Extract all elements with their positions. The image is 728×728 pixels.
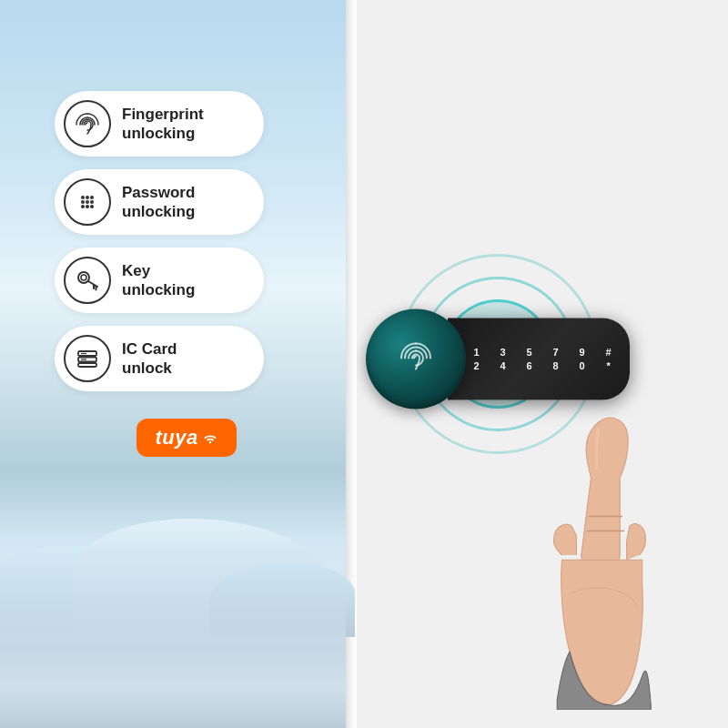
right-panel: 1 2 3 4 5 6 7 8 9 0 # *	[357, 0, 728, 728]
key-6[interactable]: 6	[526, 361, 531, 371]
svg-point-1	[86, 196, 89, 199]
fingerprint-label: Fingerprintunlocking	[122, 105, 204, 144]
hand-svg	[482, 400, 719, 710]
left-panel: Fingerprintunlocking	[0, 0, 346, 728]
key-col-5: 9 0	[579, 348, 584, 371]
ice-shape-3	[209, 564, 355, 637]
key-5[interactable]: 5	[526, 348, 531, 358]
password-badge: Passwordunlocking	[55, 169, 264, 235]
key-7[interactable]: 7	[552, 348, 558, 358]
tuya-wifi-icon	[202, 430, 218, 446]
key-star[interactable]: *	[606, 361, 610, 371]
lock-device: 1 2 3 4 5 6 7 8 9 0 # *	[366, 309, 630, 410]
ice-shape-2	[73, 519, 328, 637]
sensor-fingerprint-icon	[393, 337, 439, 382]
fingerprint-icon-circle	[64, 100, 111, 147]
fingerprint-badge: Fingerprintunlocking	[55, 91, 264, 157]
iccard-label: IC Cardunlock	[122, 339, 177, 379]
feature-key: Keyunlocking	[55, 248, 264, 313]
key-1[interactable]: 1	[473, 348, 479, 358]
key-col-4: 7 8	[552, 348, 558, 371]
ice-landscape	[0, 491, 346, 637]
feature-password: Passwordunlocking	[55, 169, 264, 235]
svg-point-8	[90, 205, 94, 208]
svg-point-3	[81, 200, 85, 204]
ice-shape-1	[0, 546, 164, 637]
tuya-logo: tuya	[136, 419, 236, 457]
svg-point-10	[81, 275, 86, 280]
key-3[interactable]: 3	[500, 348, 505, 358]
iccard-badge: IC Cardunlock	[55, 326, 264, 391]
key-8[interactable]: 8	[552, 361, 558, 371]
svg-point-2	[90, 196, 94, 199]
password-icon-circle	[64, 178, 111, 226]
svg-point-4	[86, 200, 89, 204]
iccard-icon-circle	[64, 335, 111, 382]
key-4[interactable]: 4	[500, 361, 505, 371]
svg-rect-16	[78, 363, 96, 367]
password-icon	[74, 188, 101, 216]
key-0[interactable]: 0	[579, 361, 584, 371]
keypad-bar: 1 2 3 4 5 6 7 8 9 0 # *	[448, 318, 630, 400]
tuya-brand-text: tuya	[155, 426, 197, 450]
password-label: Passwordunlocking	[122, 183, 195, 222]
key-label: Keyunlocking	[122, 261, 195, 300]
key-2[interactable]: 2	[473, 361, 479, 371]
key-icon-circle	[64, 257, 111, 304]
fingerprint-sensor[interactable]	[366, 309, 466, 410]
svg-point-7	[86, 205, 89, 208]
feature-fingerprint: Fingerprintunlocking	[55, 91, 264, 157]
feature-iccard: IC Cardunlock	[55, 326, 264, 391]
svg-point-6	[81, 205, 85, 208]
key-col-1: 1 2	[473, 348, 479, 371]
key-col-3: 5 6	[526, 348, 531, 371]
key-icon	[74, 267, 101, 294]
svg-point-5	[90, 200, 94, 204]
svg-point-0	[81, 196, 85, 199]
fingerprint-icon	[74, 110, 101, 137]
key-col-2: 3 4	[500, 348, 505, 371]
key-badge: Keyunlocking	[55, 248, 264, 313]
key-col-6: # *	[605, 348, 611, 371]
iccard-icon	[74, 345, 101, 372]
features-list: Fingerprintunlocking	[55, 91, 264, 391]
key-hash[interactable]: #	[605, 348, 611, 358]
key-9[interactable]: 9	[579, 348, 584, 358]
